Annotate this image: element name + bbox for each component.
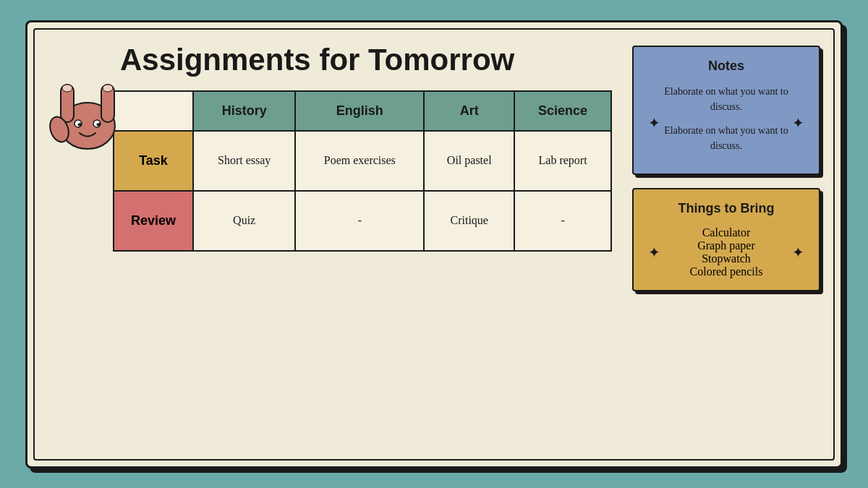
svg-point-10 bbox=[62, 85, 72, 92]
svg-point-11 bbox=[103, 85, 113, 92]
row-label-review: Review bbox=[114, 191, 193, 251]
review-history: Quiz bbox=[193, 191, 295, 251]
notes-item-1: Elaborate on what you want to discuss. bbox=[660, 84, 792, 114]
star-right-icon: ✦ bbox=[792, 114, 804, 132]
svg-point-9 bbox=[97, 122, 98, 124]
things-items: Calculator Graph paper Stopwatch Colored… bbox=[660, 226, 792, 278]
task-english: Poem exercises bbox=[295, 131, 424, 191]
table-header-row: History English Art Science bbox=[114, 91, 611, 131]
star-left-icon: ✦ bbox=[648, 114, 660, 132]
things-row: ✦ Calculator Graph paper Stopwatch Color… bbox=[648, 226, 804, 278]
hand-illustration bbox=[48, 64, 127, 144]
table-row-task: Task Short essay Poem exercises Oil past… bbox=[114, 131, 611, 191]
things-star-right-icon: ✦ bbox=[792, 244, 804, 261]
notes-content: Elaborate on what you want to discuss. E… bbox=[660, 84, 792, 162]
things-title: Things to Bring bbox=[648, 201, 804, 216]
task-art: Oil pastel bbox=[424, 131, 514, 191]
col-header-english: English bbox=[295, 91, 424, 131]
col-header-history: History bbox=[193, 91, 295, 131]
things-panel: Things to Bring ✦ Calculator Graph paper… bbox=[632, 188, 820, 291]
svg-point-8 bbox=[78, 122, 80, 124]
table-wrapper: History English Art Science Task Short e… bbox=[113, 90, 615, 252]
col-header-science: Science bbox=[514, 91, 611, 131]
review-art: Critique bbox=[424, 191, 514, 251]
left-section: Assignments for Tomorrow History English… bbox=[48, 43, 615, 446]
review-english: - bbox=[295, 191, 424, 251]
main-card: Assignments for Tomorrow History English… bbox=[25, 20, 843, 468]
right-section: Notes ✦ Elaborate on what you want to di… bbox=[632, 43, 820, 446]
task-science: Lab report bbox=[514, 131, 611, 191]
thing-2: Graph paper bbox=[660, 239, 792, 252]
review-science: - bbox=[514, 191, 611, 251]
notes-decorators: ✦ Elaborate on what you want to discuss.… bbox=[648, 84, 804, 162]
page-title: Assignments for Tomorrow bbox=[120, 43, 615, 77]
assignments-table: History English Art Science Task Short e… bbox=[113, 90, 612, 252]
notes-panel: Notes ✦ Elaborate on what you want to di… bbox=[632, 46, 820, 175]
thing-1: Calculator bbox=[660, 226, 792, 239]
task-history: Short essay bbox=[193, 131, 295, 191]
notes-title: Notes bbox=[648, 59, 804, 74]
notes-item-2: Elaborate on what you want to discuss. bbox=[660, 123, 792, 153]
things-star-left-icon: ✦ bbox=[648, 244, 660, 261]
thing-3: Stopwatch bbox=[660, 252, 792, 265]
table-row-review: Review Quiz - Critique - bbox=[114, 191, 611, 251]
col-header-art: Art bbox=[424, 91, 514, 131]
thing-4: Colored pencils bbox=[660, 265, 792, 278]
